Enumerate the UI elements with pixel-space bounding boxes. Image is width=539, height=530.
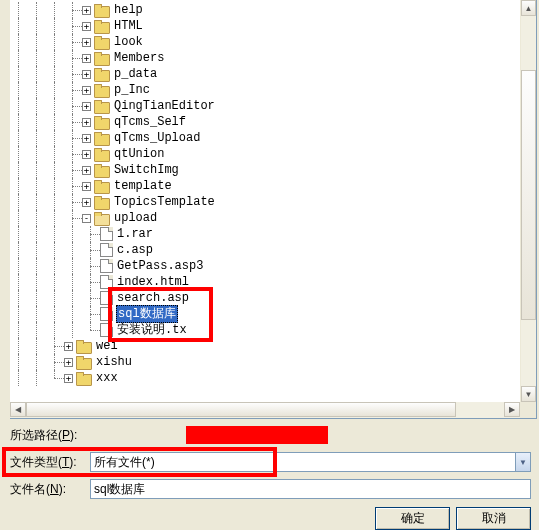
expander-icon[interactable]: + (64, 374, 73, 383)
tree-folder[interactable]: +qtUnion (10, 146, 536, 162)
tree-item-label: SwitchImg (113, 162, 180, 178)
tree-folder[interactable]: +TopicsTemplate (10, 194, 536, 210)
vertical-scrollbar[interactable]: ▲ ▼ (520, 0, 536, 418)
folder-icon (94, 196, 110, 209)
tree-item-label: wei (95, 338, 119, 354)
expander-icon[interactable]: + (82, 118, 91, 127)
tree-folder[interactable]: +xxx (10, 370, 536, 386)
path-row: 所选路径(P): (10, 425, 537, 445)
tree-folder[interactable]: +QingTianEditor (10, 98, 536, 114)
tree-folder[interactable]: +help (10, 2, 536, 18)
horizontal-scrollbar[interactable]: ◀ ▶ (10, 402, 520, 418)
type-label: 文件类型(T): (10, 454, 90, 471)
scroll-left-button[interactable]: ◀ (10, 402, 26, 417)
expander-icon[interactable]: + (82, 54, 91, 63)
expander-icon[interactable]: + (64, 342, 73, 351)
tree-folder[interactable]: +look (10, 34, 536, 50)
tree-item-label: TopicsTemplate (113, 194, 216, 210)
tree-item-label: c.asp (116, 242, 154, 258)
tree-file[interactable]: 1.rar (10, 226, 536, 242)
tree-folder[interactable]: +Members (10, 50, 536, 66)
scrollbar-corner (520, 402, 536, 418)
path-label: 所选路径(P): (10, 427, 90, 444)
expander-icon[interactable]: + (82, 166, 91, 175)
tree-folder[interactable]: -upload (10, 210, 536, 226)
tree-item-label: 安装说明.tx (116, 322, 188, 338)
tree-item-label: qtUnion (113, 146, 165, 162)
file-icon (100, 275, 113, 289)
folder-icon (76, 372, 92, 385)
tree-folder[interactable]: +HTML (10, 18, 536, 34)
folder-icon (76, 340, 92, 353)
file-tree-panel: +help+HTML+look+Members+p_data+p_Inc+Qin… (10, 0, 537, 419)
tree-file[interactable]: index.html (10, 274, 536, 290)
tree-file[interactable]: 安装说明.tx (10, 322, 536, 338)
expander-icon[interactable]: + (82, 38, 91, 47)
tree-folder[interactable]: +p_data (10, 66, 536, 82)
tree-item-label: search.asp (116, 290, 190, 306)
tree-item-label: look (113, 34, 144, 50)
ok-button[interactable]: 确定 (375, 507, 450, 530)
file-icon (100, 259, 113, 273)
expander-icon[interactable]: + (82, 86, 91, 95)
tree-item-label: help (113, 2, 144, 18)
tree-file[interactable]: GetPass.asp3 (10, 258, 536, 274)
combo-dropdown-button[interactable]: ▼ (515, 452, 531, 472)
folder-icon (94, 116, 110, 129)
tree-item-label: xxx (95, 370, 119, 386)
tree-item-label: template (113, 178, 173, 194)
folder-icon (94, 20, 110, 33)
filename-input[interactable] (90, 479, 531, 499)
expander-icon[interactable]: + (82, 102, 91, 111)
folder-icon (94, 148, 110, 161)
file-icon (100, 227, 113, 241)
filename-label: 文件名(N): (10, 481, 90, 498)
vertical-scroll-thumb[interactable] (521, 70, 536, 320)
tree-item-label: p_Inc (113, 82, 151, 98)
file-type-combo[interactable]: ▼ (90, 452, 531, 472)
tree-folder[interactable]: +p_Inc (10, 82, 536, 98)
tree-file[interactable]: c.asp (10, 242, 536, 258)
tree-folder[interactable]: +SwitchImg (10, 162, 536, 178)
tree-folder[interactable]: +wei (10, 338, 536, 354)
scroll-right-button[interactable]: ▶ (504, 402, 520, 417)
tree-item-label: upload (113, 210, 158, 226)
tree-item-label: p_data (113, 66, 158, 82)
folder-icon (94, 132, 110, 145)
tree-file[interactable]: sql数据库 (10, 306, 536, 322)
tree-folder[interactable]: +qTcms_Upload (10, 130, 536, 146)
expander-icon[interactable]: + (82, 22, 91, 31)
expander-icon[interactable]: + (82, 134, 91, 143)
tree-item-label: qTcms_Self (113, 114, 187, 130)
tree-file[interactable]: search.asp (10, 290, 536, 306)
expander-icon[interactable]: + (82, 182, 91, 191)
file-tree[interactable]: +help+HTML+look+Members+p_data+p_Inc+Qin… (10, 0, 536, 388)
tree-item-label: qTcms_Upload (113, 130, 201, 146)
expander-icon[interactable]: + (82, 198, 91, 207)
expander-icon[interactable]: + (82, 6, 91, 15)
expander-icon[interactable]: + (82, 150, 91, 159)
folder-icon (94, 36, 110, 49)
expander-icon[interactable]: + (82, 70, 91, 79)
tree-folder[interactable]: +template (10, 178, 536, 194)
expander-icon[interactable]: + (64, 358, 73, 367)
tree-folder[interactable]: +qTcms_Self (10, 114, 536, 130)
expander-icon[interactable]: - (82, 214, 91, 223)
tree-folder[interactable]: +xishu (10, 354, 536, 370)
tree-item-label: xishu (95, 354, 133, 370)
tree-item-label: QingTianEditor (113, 98, 216, 114)
path-value-redacted (186, 426, 328, 444)
file-icon (100, 243, 113, 257)
cancel-button[interactable]: 取消 (456, 507, 531, 530)
scroll-down-button[interactable]: ▼ (521, 386, 536, 402)
horizontal-scroll-thumb[interactable] (26, 402, 456, 417)
button-row: 确定 取消 (10, 507, 537, 530)
file-type-input[interactable] (90, 452, 515, 472)
folder-icon (94, 68, 110, 81)
tree-item-label: HTML (113, 18, 144, 34)
file-icon (100, 291, 113, 305)
scroll-up-button[interactable]: ▲ (521, 0, 536, 16)
type-row: 文件类型(T): ▼ (10, 452, 537, 472)
file-icon (100, 323, 113, 337)
tree-item-label: index.html (116, 274, 190, 290)
